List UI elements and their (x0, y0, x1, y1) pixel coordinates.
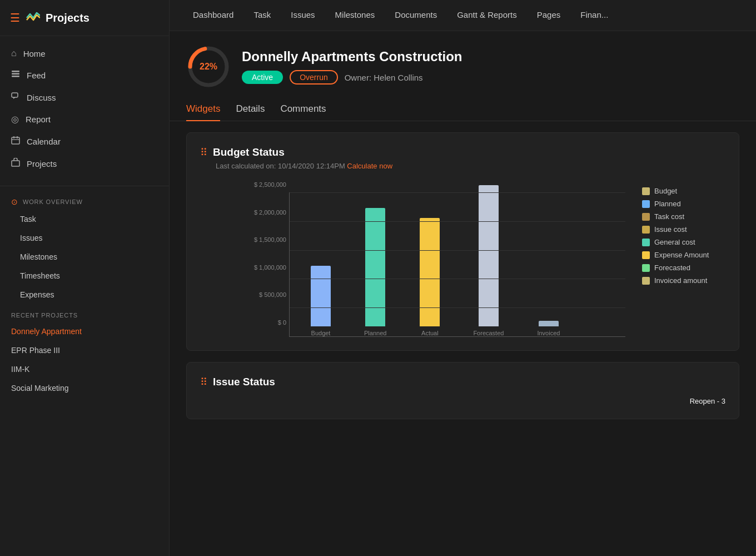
work-overview-label: WORK OVERVIEW (23, 198, 83, 205)
nav-pages[interactable]: Pages (527, 0, 571, 31)
logo-icon (26, 10, 40, 26)
badge-overrun: Overrun (290, 70, 338, 85)
main-content: Dashboard Task Issues Milestones Documen… (170, 0, 756, 556)
project-info: Donnelly Apartments Construction Active … (242, 49, 462, 85)
project-header: 22% Donnelly Apartments Construction Act… (170, 31, 756, 98)
sidebar-item-label: Feed (27, 71, 46, 80)
recent-item-iimk[interactable]: IIM-K (0, 360, 169, 379)
sidebar-header: ☰ Projects (0, 0, 169, 36)
legend-planned: Planned (642, 200, 725, 208)
y-label-1000k: $ 1,000,000 (245, 264, 286, 271)
recent-item-donnely[interactable]: Donnely Appartment (0, 322, 169, 341)
legend-task-cost: Task cost (642, 212, 725, 221)
sidebar-item-timesheets[interactable]: Timesheets (0, 266, 169, 285)
issue-widget: ⠿ Issue Status Reopen - 3 (186, 362, 739, 419)
legend-swatch (642, 264, 650, 272)
budget-widget-subtitle: Last calculated on: 10/14/2020 12:14PM C… (200, 162, 725, 170)
sidebar-item-label: Calendar (27, 137, 61, 146)
nav-task[interactable]: Task (243, 0, 281, 31)
svg-rect-1 (12, 73, 19, 75)
bar-budget: Budget (311, 266, 331, 336)
recent-item-social[interactable]: Social Marketing (0, 379, 169, 398)
widget-card-header: ⠿ Budget Status (200, 146, 725, 158)
progress-label: 22% (200, 62, 217, 72)
project-badges: Active Overrun Owner: Helen Collins (242, 70, 462, 85)
nav-gantt[interactable]: Gantt & Reports (447, 0, 527, 31)
legend-budget: Budget (642, 187, 725, 195)
sidebar-nav: ⌂ Home Feed Discuss ◎ Report Calendar (0, 36, 169, 181)
project-owner: Owner: Helen Collins (345, 73, 423, 82)
bar-forecasted: Forecasted (473, 185, 504, 336)
projects-icon (11, 158, 20, 169)
nav-dashboard[interactable]: Dashboard (183, 0, 243, 31)
recent-item-epr[interactable]: EPR Phase III (0, 341, 169, 360)
legend-invoiced-amount: Invoiced amount (642, 276, 725, 285)
calculate-now-link[interactable]: Calculate now (347, 162, 392, 170)
sidebar-item-report[interactable]: ◎ Report (0, 108, 169, 130)
sidebar-item-home[interactable]: ⌂ Home (0, 43, 169, 64)
budget-widget: ⠿ Budget Status Last calculated on: 10/1… (186, 132, 739, 351)
home-icon: ⌂ (11, 48, 17, 58)
sidebar-item-projects[interactable]: Projects (0, 152, 169, 175)
issue-widget-title: Issue Status (213, 376, 275, 388)
svg-rect-3 (12, 93, 18, 97)
tab-comments[interactable]: Comments (280, 98, 326, 121)
work-overview-section: ⊙ WORK OVERVIEW (0, 191, 169, 210)
y-label-2500k: $ 2,500,000 (245, 181, 286, 188)
sidebar-divider (0, 186, 169, 186)
legend-swatch (642, 213, 650, 221)
y-label-500k: $ 500,000 (245, 291, 286, 298)
project-title: Donnelly Apartments Construction (242, 49, 462, 64)
sidebar-item-feed[interactable]: Feed (0, 64, 169, 86)
sidebar-item-label: Home (23, 49, 46, 58)
y-label-1500k: $ 1,500,000 (245, 236, 286, 243)
widget-dots-icon: ⠿ (200, 146, 207, 158)
content-area: ⠿ Budget Status Last calculated on: 10/1… (170, 121, 756, 556)
badge-active: Active (242, 71, 283, 84)
brand-name: Projects (46, 12, 89, 24)
tab-details[interactable]: Details (236, 98, 265, 121)
legend-general-cost: General cost (642, 238, 725, 246)
work-overview-icon: ⊙ (11, 197, 18, 206)
sidebar-item-expenses[interactable]: Expenses (0, 285, 169, 304)
sidebar-item-issues[interactable]: Issues (0, 229, 169, 247)
bar-actual: Actual (420, 218, 440, 336)
nav-issues[interactable]: Issues (281, 0, 325, 31)
issue-widget-dots-icon: ⠿ (200, 376, 207, 388)
y-label-0: $ 0 (245, 319, 286, 326)
tab-widgets[interactable]: Widgets (186, 98, 220, 121)
svg-rect-8 (12, 161, 19, 166)
recent-projects-section: RECENT PROJECTS (0, 304, 169, 322)
legend-swatch (642, 277, 650, 285)
chart-container: $ 2,500,000 $ 2,000,000 $ 1,500,000 $ 1,… (200, 181, 725, 337)
svg-rect-2 (12, 76, 19, 77)
sidebar-item-calendar[interactable]: Calendar (0, 130, 169, 152)
budget-widget-title: Budget Status (213, 146, 285, 158)
nav-finance[interactable]: Finan... (570, 0, 618, 31)
nav-documents[interactable]: Documents (385, 0, 447, 31)
legend-issue-cost: Issue cost (642, 225, 725, 234)
legend-swatch (642, 251, 650, 259)
report-icon: ◎ (11, 114, 19, 125)
progress-ring: 22% (186, 44, 231, 89)
chart-wrapper: $ 2,500,000 $ 2,000,000 $ 1,500,000 $ 1,… (200, 181, 625, 337)
svg-rect-4 (12, 137, 19, 144)
sidebar-item-label: Projects (27, 159, 57, 168)
sidebar: ☰ Projects ⌂ Home Feed Discuss ◎ (0, 0, 170, 556)
chart-area: $ 2,500,000 $ 2,000,000 $ 1,500,000 $ 1,… (200, 181, 625, 337)
sidebar-item-label: Discuss (27, 93, 56, 102)
sidebar-item-discuss[interactable]: Discuss (0, 86, 169, 108)
sidebar-item-task[interactable]: Task (0, 210, 169, 229)
hamburger-icon[interactable]: ☰ (10, 11, 20, 24)
legend-swatch (642, 239, 650, 246)
discuss-icon (11, 92, 20, 103)
tabs-bar: Widgets Details Comments (170, 98, 756, 121)
nav-milestones[interactable]: Milestones (325, 0, 385, 31)
issue-widget-header: ⠿ Issue Status (200, 376, 725, 388)
sidebar-item-milestones[interactable]: Milestones (0, 247, 169, 266)
svg-rect-0 (12, 71, 19, 72)
y-label-2000k: $ 2,000,000 (245, 209, 286, 216)
legend-expense-amount: Expense Amount (642, 251, 725, 259)
bar-invoiced: Invoiced (537, 321, 560, 336)
feed-icon (11, 70, 20, 81)
